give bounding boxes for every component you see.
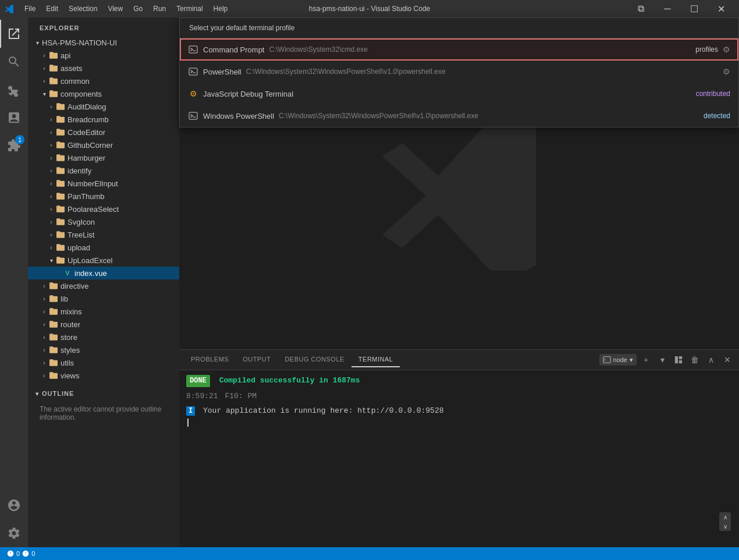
menu-edit[interactable]: Edit	[41, 3, 63, 14]
menu-file[interactable]: File	[20, 3, 40, 14]
statusbar-warning-count: 0	[31, 550, 35, 557]
sidebar-item-mixins[interactable]: › mixins	[28, 305, 179, 318]
sidebar-item-codeeditor[interactable]: › CodeEditor	[28, 126, 179, 139]
cmd-gear-icon[interactable]: ⚙	[723, 45, 730, 54]
indexvue-spacer	[54, 268, 63, 278]
scroll-up-button[interactable]: ∧	[719, 512, 731, 522]
dropdown-item-cmd[interactable]: Command Prompt C:\Windows\System32\cmd.e…	[180, 38, 738, 61]
sidebar-item-lib[interactable]: › lib	[28, 292, 179, 305]
sidebar-item-store[interactable]: › store	[28, 331, 179, 343]
svgicon-label: SvgIcon	[67, 218, 95, 226]
run-icon[interactable]	[0, 104, 28, 132]
terminal-body[interactable]: DONE Compiled successfully in 1687ms 8:5…	[179, 370, 739, 547]
sidebar-item-directive[interactable]: › directive	[28, 279, 179, 292]
sidebar-item-views[interactable]: › views	[28, 369, 179, 382]
sidebar-item-router[interactable]: › router	[28, 318, 179, 331]
extensions-icon[interactable]: 1	[0, 132, 28, 160]
panthumb-label: PanThumb	[67, 192, 105, 201]
winps-icon	[188, 111, 198, 121]
sidebar-item-styles[interactable]: › styles	[28, 343, 179, 356]
terminal-cursor	[187, 419, 193, 427]
terminal-panel: PROBLEMS OUTPUT DEBUG CONSOLE TERMINAL n…	[179, 349, 739, 547]
menu-help[interactable]: Help	[209, 3, 233, 14]
sidebar-item-numberElinput[interactable]: › NumberElInput	[28, 177, 179, 190]
sidebar-item-panthumb[interactable]: › PanThumb	[28, 190, 179, 203]
cmd-badge: profiles	[695, 45, 718, 54]
terminal-dropdown-arrow-icon: ▾	[630, 356, 633, 364]
panthumb-folder-icon	[56, 192, 65, 201]
sidebar-item-githubcorner[interactable]: › GithubCorner	[28, 139, 179, 151]
menu-selection[interactable]: Selection	[64, 3, 102, 14]
sidebar-item-components[interactable]: ▾ components	[28, 87, 179, 100]
layout-button[interactable]: ⧉	[627, 0, 654, 17]
sidebar-item-svgicon[interactable]: › SvgIcon	[28, 215, 179, 228]
dropdown-item-jsdebug[interactable]: ⚙ JavaScript Debug Terminal contributed	[180, 83, 738, 105]
tab-problems[interactable]: PROBLEMS	[184, 352, 236, 367]
settings-icon[interactable]	[0, 519, 28, 547]
sidebar-item-indexvue[interactable]: V index.vue	[28, 267, 179, 279]
dropdown-item-powershell[interactable]: PowerShell C:\Windows\System32\WindowsPo…	[180, 61, 738, 83]
mixins-chevron-icon: ›	[40, 307, 49, 316]
project-name: HSA-PMS-NATION-UI	[42, 38, 117, 47]
sidebar-item-assets[interactable]: › assets	[28, 62, 179, 75]
poolareaselect-label: PoolareaSelect	[67, 205, 119, 214]
sidebar-item-api[interactable]: › api	[28, 49, 179, 62]
maximize-button[interactable]: ☐	[681, 0, 708, 17]
utils-folder-icon	[49, 358, 58, 367]
outline-message: The active editor cannot provide outline…	[28, 400, 179, 426]
upload-folder-icon	[56, 243, 65, 252]
sidebar-item-auditdialog[interactable]: › AuditDialog	[28, 100, 179, 113]
sidebar-item-poolareaselect[interactable]: › PoolareaSelect	[28, 203, 179, 215]
search-icon[interactable]	[0, 48, 28, 76]
project-root[interactable]: ▾ HSA-PMS-NATION-UI	[28, 36, 179, 49]
outline-header[interactable]: ▾ OUTLINE	[28, 387, 179, 400]
terminal-split-button[interactable]	[672, 353, 685, 367]
common-label: common	[61, 77, 90, 86]
winps-name: Windows PowerShell	[203, 112, 274, 120]
codeeditor-chevron-icon: ›	[47, 127, 56, 137]
vscode-logo-icon	[5, 4, 14, 13]
terminal-instance-selector[interactable]: node ▾	[599, 354, 637, 366]
scroll-down-button[interactable]: ∨	[719, 522, 731, 531]
source-control-icon[interactable]	[0, 76, 28, 104]
terminal-add-button[interactable]: +	[639, 353, 653, 367]
sidebar-item-treelist[interactable]: › TreeList	[28, 228, 179, 241]
tab-debug-console[interactable]: DEBUG CONSOLE	[278, 352, 351, 367]
identify-chevron-icon: ›	[47, 166, 56, 175]
router-label: router	[61, 320, 80, 329]
jsdebug-text: JavaScript Debug Terminal	[203, 90, 696, 98]
sidebar-item-upload[interactable]: › upload	[28, 241, 179, 254]
jsdebug-name: JavaScript Debug Terminal	[203, 90, 293, 98]
uploadexcel-chevron-icon: ▾	[47, 256, 56, 265]
tab-output[interactable]: OUTPUT	[236, 352, 278, 367]
sidebar-item-hamburger[interactable]: › Hamburger	[28, 151, 179, 164]
terminal-maximize-button[interactable]: ∧	[704, 353, 718, 367]
menu-run[interactable]: Run	[148, 3, 170, 14]
treelist-chevron-icon: ›	[47, 230, 56, 239]
account-icon[interactable]	[0, 491, 28, 519]
poolareaselect-folder-icon	[56, 204, 65, 214]
tab-terminal[interactable]: TERMINAL	[351, 352, 400, 367]
powershell-gear-icon[interactable]: ⚙	[723, 67, 730, 76]
sidebar-item-identify[interactable]: › identify	[28, 164, 179, 177]
explorer-icon[interactable]	[0, 20, 28, 48]
menu-terminal[interactable]: Terminal	[172, 3, 207, 14]
dropdown-title: Select your default terminal profile	[180, 18, 738, 38]
menu-go[interactable]: Go	[129, 3, 147, 14]
dropdown-item-winps[interactable]: Windows PowerShell C:\Windows\System32\W…	[180, 105, 738, 127]
sidebar-item-common[interactable]: › common	[28, 75, 179, 87]
terminal-instance-label: node	[613, 356, 627, 363]
sidebar-item-breadcrumb[interactable]: › Breadcrumb	[28, 113, 179, 126]
sidebar-item-uploadexcel[interactable]: ▾ UpLoadExcel	[28, 254, 179, 267]
minimize-button[interactable]: ─	[654, 0, 681, 17]
terminal-trash-button[interactable]: 🗑	[688, 353, 702, 367]
sidebar-item-utils[interactable]: › utils	[28, 356, 179, 369]
menu-view[interactable]: View	[103, 3, 127, 14]
terminal-close-button[interactable]: ✕	[720, 353, 734, 367]
githubcorner-label: GithubCorner	[67, 141, 113, 150]
winps-badge: detected	[704, 112, 730, 120]
close-button[interactable]: ✕	[708, 0, 734, 17]
statusbar-errors[interactable]: 0 0	[5, 547, 37, 560]
activity-bottom	[0, 491, 28, 547]
terminal-chevron-down-icon[interactable]: ▾	[655, 353, 669, 367]
